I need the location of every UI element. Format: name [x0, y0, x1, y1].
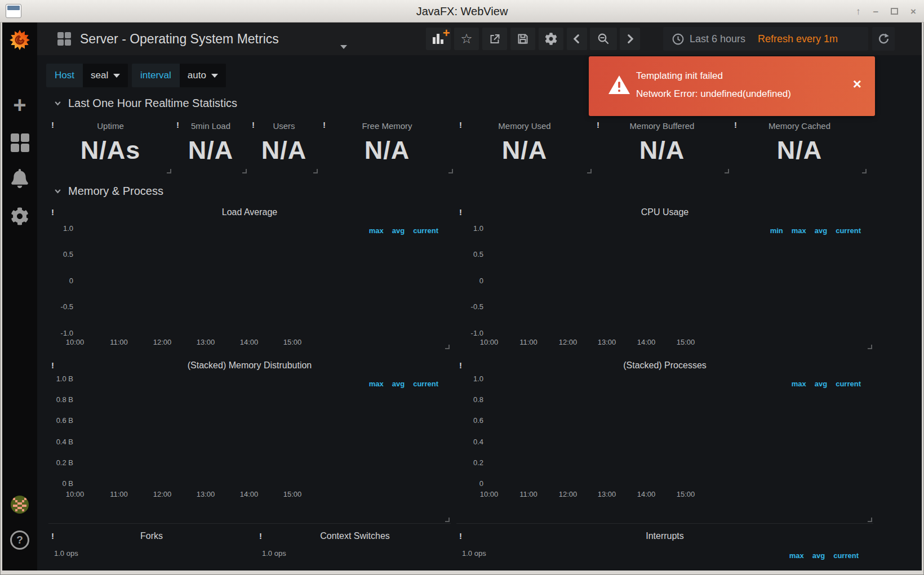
- chevron-down-icon: [211, 74, 218, 78]
- legend-item[interactable]: current: [413, 380, 438, 388]
- add-panel-button[interactable]: +: [426, 28, 451, 50]
- panel-forks: ! Forks 1.0 ops: [48, 527, 255, 570]
- time-nav-group: [567, 28, 640, 50]
- save-button[interactable]: [510, 28, 535, 50]
- sidebar-dashboards-icon[interactable]: [2, 133, 37, 152]
- row-header-realtime-stats[interactable]: Last One Hour Realtime Statistics: [53, 95, 237, 112]
- panel-settings-button[interactable]: [539, 28, 563, 50]
- grafana-logo-icon[interactable]: [2, 30, 37, 50]
- singlestat-value: N/A: [249, 136, 319, 165]
- screenshot-root: JavaFX: WebView ↑ – × +: [0, 0, 924, 575]
- panel-title[interactable]: (Stacked) Processes: [456, 360, 873, 371]
- window-titlebar[interactable]: JavaFX: WebView ↑ – ×: [0, 0, 924, 23]
- legend-item[interactable]: avg: [392, 380, 405, 388]
- y-axis-tick: 1.0 ops: [462, 549, 486, 558]
- window-restore-button[interactable]: ↑: [856, 7, 861, 16]
- panel-title[interactable]: Memory Used: [456, 121, 593, 131]
- legend-item[interactable]: max: [789, 551, 804, 560]
- sidebar-add-icon[interactable]: +: [2, 95, 37, 115]
- legend-item[interactable]: max: [369, 380, 384, 388]
- panel-title[interactable]: Users: [249, 121, 319, 131]
- panel-title[interactable]: Memory Cached: [731, 121, 868, 131]
- star-icon: ☆: [460, 32, 473, 46]
- y-axis-tick: 1.0 ops: [262, 549, 286, 558]
- dashboard-navbar: Server - Operating System Metrics + ☆: [37, 23, 922, 55]
- panel-free-memory: ! Free Memory N/A: [320, 115, 454, 175]
- panel-title[interactable]: Interrupts: [456, 531, 873, 541]
- row-title: Memory & Process: [68, 185, 163, 198]
- variable-interval-dropdown[interactable]: auto: [180, 64, 226, 87]
- dashboard-grid-icon[interactable]: [57, 32, 71, 46]
- panel-title[interactable]: Free Memory: [320, 121, 454, 131]
- chevron-down-icon: [53, 99, 63, 108]
- refresh-interval-label: Refresh every 1m: [758, 33, 838, 45]
- panel-stacked-memory-distribution: ! (Stacked) Memory Distrubution max avg …: [48, 356, 451, 524]
- webview-app: +: [2, 23, 922, 570]
- time-forward-button[interactable]: [620, 28, 640, 50]
- refresh-button[interactable]: [872, 27, 895, 51]
- window-minimize-button[interactable]: –: [873, 7, 878, 16]
- toast-title: Templating init failed: [636, 70, 723, 82]
- share-icon: [488, 32, 501, 46]
- row-title: Last One Hour Realtime Statistics: [68, 97, 237, 110]
- user-avatar[interactable]: [2, 496, 37, 514]
- singlestat-value: N/A: [320, 136, 454, 165]
- panel-memory-cached: ! Memory Cached N/A: [731, 115, 868, 175]
- singlestat-value: N/A: [731, 136, 868, 165]
- panel-uptime: ! Uptime N/As: [48, 115, 172, 175]
- panel-title[interactable]: Load Average: [48, 207, 451, 217]
- legend-item[interactable]: avg: [815, 226, 827, 235]
- panel-title[interactable]: CPU Usage: [456, 207, 873, 217]
- window-title: JavaFX: WebView: [0, 0, 924, 23]
- panel-5min-load: ! 5min Load N/A: [174, 115, 248, 175]
- time-range-picker[interactable]: Last 6 hours Refresh every 1m: [663, 27, 868, 51]
- row-header-memory-process[interactable]: Memory & Process: [53, 182, 163, 199]
- variable-host: Host seal: [46, 64, 128, 87]
- panel-title[interactable]: Forks: [48, 531, 255, 541]
- legend-item[interactable]: avg: [815, 380, 827, 388]
- legend-item[interactable]: current: [836, 380, 861, 388]
- share-button[interactable]: [482, 28, 507, 50]
- sidebar-alerting-bell-icon[interactable]: [2, 169, 37, 188]
- legend-item[interactable]: avg: [392, 226, 405, 235]
- time-back-button[interactable]: [567, 28, 587, 50]
- toast-close-button[interactable]: ×: [853, 77, 861, 91]
- panel-title[interactable]: (Stacked) Memory Distrubution: [48, 360, 451, 371]
- legend-item[interactable]: current: [836, 226, 861, 235]
- panel-title[interactable]: Uptime: [48, 121, 172, 131]
- sidebar-settings-gear-icon[interactable]: [2, 207, 37, 225]
- legend-item[interactable]: avg: [812, 551, 825, 560]
- save-icon: [516, 32, 530, 46]
- panel-title[interactable]: Memory Buffered: [594, 121, 730, 131]
- legend-item[interactable]: min: [770, 226, 783, 235]
- chevron-down-icon[interactable]: [340, 45, 347, 49]
- chevron-left-icon: [571, 33, 583, 45]
- legend-item[interactable]: current: [413, 226, 438, 235]
- panel-title[interactable]: 5min Load: [174, 121, 248, 131]
- dashboard-content: Server - Operating System Metrics + ☆: [37, 23, 922, 570]
- window-maximize-button[interactable]: [891, 8, 898, 15]
- zoom-out-button[interactable]: [590, 28, 617, 50]
- chevron-down-icon: [53, 186, 63, 196]
- warning-triangle-icon: [608, 75, 630, 95]
- panel-cpu-usage: ! CPU Usage min max avg current 1.0 0.5 …: [456, 203, 873, 350]
- panel-load-average: ! Load Average max avg current 1.0 0.5 0…: [48, 203, 451, 350]
- legend-item[interactable]: max: [369, 226, 384, 235]
- dashboard-title[interactable]: Server - Operating System Metrics: [80, 23, 279, 55]
- gear-icon: [545, 33, 557, 45]
- y-axis-tick: 1.0 ops: [54, 549, 78, 558]
- legend-item[interactable]: max: [792, 380, 806, 388]
- clock-icon: [672, 33, 684, 45]
- legend-item[interactable]: current: [833, 551, 859, 560]
- panel-memory-buffered: ! Memory Buffered N/A: [594, 115, 730, 175]
- variable-host-dropdown[interactable]: seal: [83, 64, 128, 87]
- star-button[interactable]: ☆: [454, 28, 479, 50]
- help-icon[interactable]: ?: [2, 531, 37, 550]
- singlestat-value: N/As: [48, 136, 172, 165]
- panel-title[interactable]: Context Switches: [256, 531, 454, 541]
- legend-item[interactable]: max: [792, 226, 806, 235]
- chart-legend: max avg current: [789, 551, 859, 560]
- window-close-button[interactable]: ×: [910, 7, 916, 16]
- singlestat-value: N/A: [594, 136, 730, 165]
- error-toast: Templating init failed Network Error: un…: [589, 56, 875, 116]
